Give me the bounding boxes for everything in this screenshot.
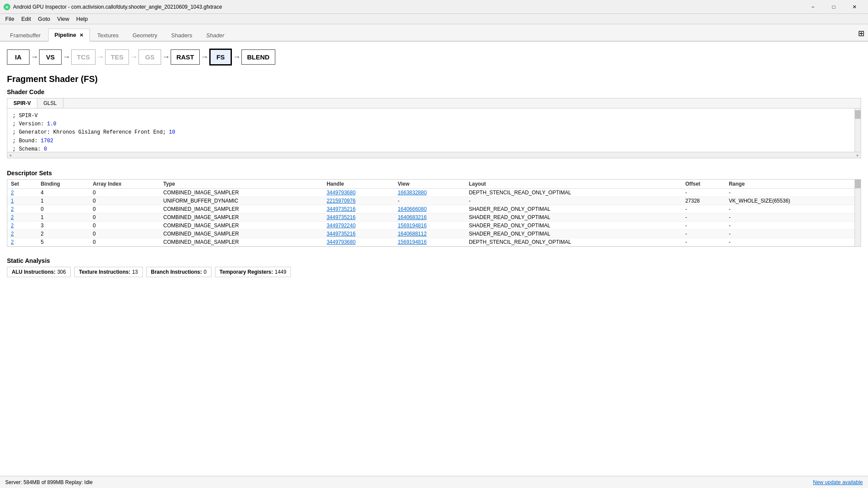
- maximize-button[interactable]: □: [824, 0, 844, 14]
- pipeline-node-tes[interactable]: TES: [105, 49, 129, 65]
- handle-link[interactable]: 2215970976: [327, 198, 356, 204]
- pipeline-node-rast[interactable]: RAST: [171, 49, 200, 65]
- table-header-row: Set Binding Array Index Type Handle View…: [7, 180, 861, 189]
- ds-scrollbar[interactable]: [855, 180, 861, 246]
- view-link[interactable]: 1640666080: [398, 206, 427, 212]
- cell-binding: 5: [37, 238, 89, 246]
- close-button[interactable]: ✕: [845, 0, 865, 14]
- cell-binding: 1: [37, 197, 89, 205]
- handle-link[interactable]: 3449735216: [327, 214, 356, 220]
- cell-array-index: 0: [89, 230, 160, 238]
- cell-offset: -: [682, 189, 725, 197]
- menu-file[interactable]: File: [2, 15, 18, 23]
- status-bar: Server: 584MB of 899MB Replay: Idle New …: [0, 476, 868, 488]
- tab-shaders[interactable]: Shaders: [165, 29, 198, 42]
- cell-view: 1663832880: [394, 189, 465, 197]
- menu-goto[interactable]: Goto: [34, 15, 53, 23]
- cell-layout: SHADER_READ_ONLY_OPTIMAL: [465, 230, 682, 238]
- set-link[interactable]: 2: [11, 231, 14, 237]
- cell-array-index: 0: [89, 205, 160, 213]
- tab-framebuffer[interactable]: Framebuffer: [3, 29, 47, 42]
- cell-offset: -: [682, 230, 725, 238]
- cell-set: 2: [7, 222, 37, 230]
- set-link[interactable]: 2: [11, 190, 14, 196]
- col-array-index: Array Index: [89, 180, 160, 189]
- shader-code-area: SPIR-V GLSL ; SPIR-V ; Version: 1.0 ; Ge…: [7, 98, 861, 158]
- cell-binding: 1: [37, 213, 89, 222]
- table-row: 2 0 0 COMBINED_IMAGE_SAMPLER 3449735216 …: [7, 205, 861, 213]
- handle-link[interactable]: 3449793680: [327, 190, 356, 196]
- cell-offset: -: [682, 213, 725, 222]
- code-tab-spirv[interactable]: SPIR-V: [7, 98, 37, 108]
- pipeline-node-blend[interactable]: BLEND: [241, 49, 275, 65]
- code-line-5: ; Schema: 0: [13, 145, 855, 152]
- main-content: IA → VS → TCS → TES → GS → RAST → FS → B…: [0, 42, 868, 476]
- pipeline-node-tcs[interactable]: TCS: [71, 49, 96, 65]
- ds-scrollbar-thumb[interactable]: [855, 180, 861, 188]
- set-link[interactable]: 2: [11, 223, 14, 229]
- cell-view: 1569194816: [394, 238, 465, 246]
- view-link[interactable]: 1640683216: [398, 214, 427, 220]
- view-link[interactable]: 1569194816: [398, 223, 427, 229]
- view-link[interactable]: 1663832880: [398, 190, 427, 196]
- cell-view: 1569194816: [394, 222, 465, 230]
- tab-textures[interactable]: Textures: [91, 29, 125, 42]
- descriptor-sets-table: Set Binding Array Index Type Handle View…: [7, 180, 861, 246]
- col-view: View: [394, 180, 465, 189]
- svg-text:A: A: [6, 5, 8, 9]
- maximize-icon[interactable]: ⊞: [858, 29, 865, 38]
- code-horiz-scrollbar[interactable]: ◂ ▸: [7, 152, 861, 158]
- handle-link[interactable]: 3449793680: [327, 239, 356, 245]
- cell-array-index: 0: [89, 213, 160, 222]
- code-scrollbar[interactable]: [855, 108, 861, 152]
- tab-pipeline-close[interactable]: ✕: [79, 33, 83, 38]
- cell-array-index: 0: [89, 197, 160, 205]
- set-link[interactable]: 2: [11, 206, 14, 212]
- handle-link[interactable]: 3449792240: [327, 223, 356, 229]
- col-type: Type: [160, 180, 323, 189]
- col-set: Set: [7, 180, 37, 189]
- handle-link[interactable]: 3449735216: [327, 206, 356, 212]
- descriptor-sets-section: Descriptor Sets Set Binding Array Index …: [7, 170, 861, 247]
- cell-handle: 3449793680: [323, 238, 394, 246]
- cell-handle: 3449792240: [323, 222, 394, 230]
- cell-binding: 4: [37, 189, 89, 197]
- pipeline-node-fs[interactable]: FS: [209, 49, 232, 66]
- set-link[interactable]: 1: [11, 198, 14, 204]
- replay-value: Replay: Idle: [65, 479, 92, 485]
- descriptor-sets-title: Descriptor Sets: [7, 170, 861, 177]
- static-analysis-section: Static Analysis ALU Instructions: 306 Te…: [7, 257, 861, 277]
- title-left: A Android GPU Inspector - com.activision…: [3, 3, 222, 10]
- cell-array-index: 0: [89, 222, 160, 230]
- code-line-4: ; Bound: 1702: [13, 137, 855, 145]
- status-right: New update available: [813, 479, 863, 485]
- set-link[interactable]: 2: [11, 239, 14, 245]
- stat-texture-value: 13: [132, 269, 138, 275]
- cell-layout: -: [465, 197, 682, 205]
- handle-link[interactable]: 3449735216: [327, 231, 356, 237]
- menu-edit[interactable]: Edit: [18, 15, 34, 23]
- view-link[interactable]: 1640688112: [398, 231, 427, 237]
- pipeline-node-ia[interactable]: IA: [7, 49, 30, 65]
- code-scrollbar-thumb[interactable]: [855, 110, 861, 119]
- menu-help[interactable]: Help: [73, 15, 92, 23]
- menu-view[interactable]: View: [54, 15, 73, 23]
- cell-type: COMBINED_IMAGE_SAMPLER: [160, 189, 323, 197]
- tab-pipeline[interactable]: Pipeline ✕: [48, 29, 90, 42]
- status-left: Server: 584MB of 899MB Replay: Idle: [5, 479, 92, 485]
- table-row: 2 1 0 COMBINED_IMAGE_SAMPLER 3449735216 …: [7, 213, 861, 222]
- cell-type: COMBINED_IMAGE_SAMPLER: [160, 205, 323, 213]
- set-link[interactable]: 2: [11, 214, 14, 220]
- stat-branch-value: 0: [204, 269, 207, 275]
- view-link[interactable]: 1569194816: [398, 239, 427, 245]
- update-link[interactable]: New update available: [813, 479, 863, 485]
- arrow-6: →: [201, 52, 208, 62]
- tab-geometry[interactable]: Geometry: [126, 29, 164, 42]
- minimize-button[interactable]: −: [803, 0, 823, 14]
- tab-shader[interactable]: Shader: [200, 29, 231, 42]
- cell-set: 2: [7, 213, 37, 222]
- pipeline-node-vs[interactable]: VS: [39, 49, 62, 65]
- cell-offset: 27328: [682, 197, 725, 205]
- code-tab-glsl[interactable]: GLSL: [37, 98, 63, 108]
- pipeline-node-gs[interactable]: GS: [139, 49, 161, 65]
